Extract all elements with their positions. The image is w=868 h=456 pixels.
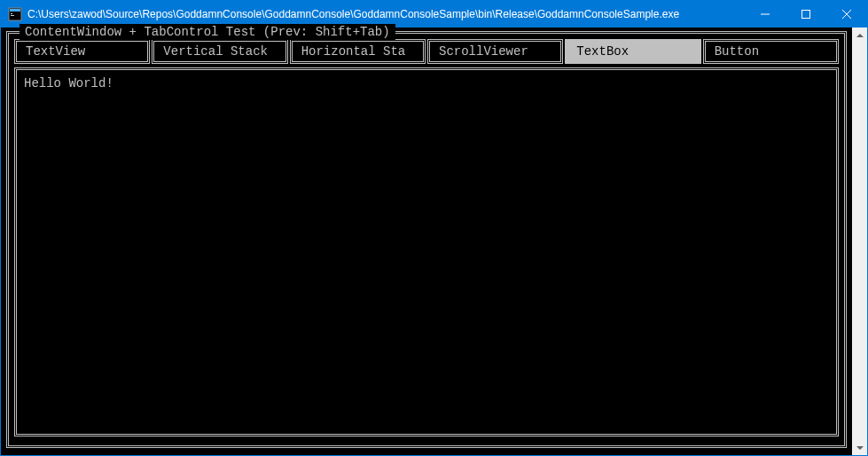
svg-rect-2 bbox=[11, 13, 12, 14]
app-icon bbox=[8, 7, 22, 21]
window-controls bbox=[745, 1, 867, 28]
tab-control: TextView Vertical Stack Horizontal Sta S… bbox=[14, 39, 839, 64]
tab-horizontal-stack[interactable]: Horizontal Sta bbox=[290, 39, 426, 64]
svg-rect-4 bbox=[802, 11, 810, 19]
tab-vertical-stack[interactable]: Vertical Stack bbox=[152, 39, 287, 64]
minimize-button[interactable] bbox=[745, 1, 786, 28]
console-surface: ContentWindow + TabControl Test (Prev: S… bbox=[1, 28, 852, 455]
tab-label: Vertical Stack bbox=[163, 43, 268, 59]
scrollbar-track[interactable] bbox=[852, 43, 867, 440]
textbox-value: Hello World! bbox=[24, 76, 113, 90]
tab-textview[interactable]: TextView bbox=[14, 39, 150, 64]
tab-button[interactable]: Button bbox=[703, 39, 839, 64]
close-button[interactable] bbox=[826, 1, 867, 28]
svg-rect-3 bbox=[11, 15, 14, 16]
content-window-groupbox: ContentWindow + TabControl Test (Prev: S… bbox=[6, 31, 847, 448]
client-area: ContentWindow + TabControl Test (Prev: S… bbox=[1, 28, 867, 455]
svg-rect-1 bbox=[10, 9, 20, 12]
app-window: C:\Users\zawod\Source\Repos\GoddamnConso… bbox=[0, 0, 868, 456]
tab-label: ScrollViewer bbox=[439, 43, 528, 59]
maximize-button[interactable] bbox=[786, 1, 826, 28]
tab-textbox[interactable]: TextBox bbox=[565, 39, 700, 64]
tab-label: TextView bbox=[26, 43, 85, 59]
vertical-scrollbar[interactable] bbox=[852, 28, 867, 455]
scrollbar-up-arrow-icon[interactable] bbox=[852, 28, 867, 43]
textbox-content-area[interactable]: Hello World! bbox=[14, 67, 839, 436]
groupbox-title: ContentWindow + TabControl Test (Prev: S… bbox=[20, 24, 395, 40]
tab-label: Horizontal Sta bbox=[301, 43, 406, 59]
scrollbar-down-arrow-icon[interactable] bbox=[852, 440, 867, 455]
tab-label: TextBox bbox=[576, 43, 629, 59]
window-title: C:\Users\zawod\Source\Repos\GoddamnConso… bbox=[27, 8, 745, 20]
tab-label: Button bbox=[715, 43, 759, 59]
tab-scrollviewer[interactable]: ScrollViewer bbox=[427, 39, 563, 64]
